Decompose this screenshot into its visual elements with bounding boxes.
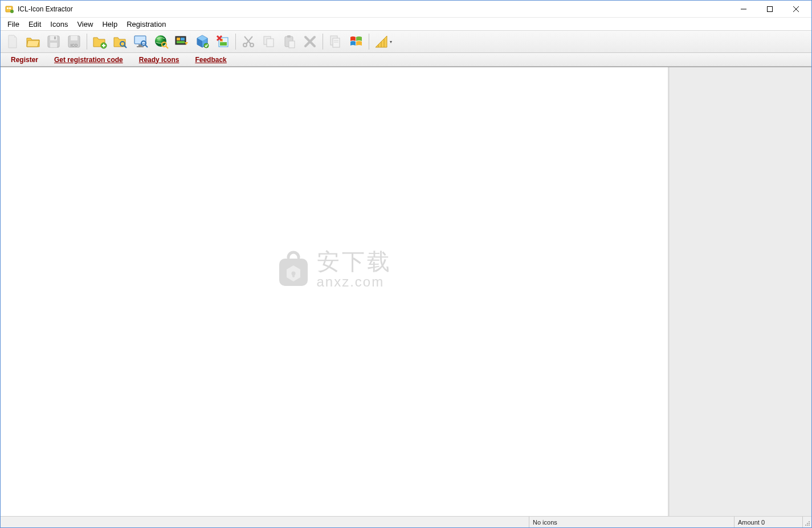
svg-line-17 [124,46,127,48]
linkbar: Register Get registration code Ready Ico… [1,53,811,67]
content-area: 安下载 anxz.com [1,67,811,516]
menubar: File Edit Icons View Help Registration [1,18,811,30]
watermark-text-cn: 安下载 [317,250,392,273]
watermark: 安下载 anxz.com [277,250,392,289]
monitor-search-button[interactable] [131,32,150,51]
toolbar-separator [323,34,323,50]
maximize-button[interactable] [757,1,783,17]
menu-help[interactable]: Help [97,19,122,30]
svg-point-53 [809,523,810,524]
ruler-triangle-button[interactable]: ▾ [372,32,395,51]
watermark-text-en: anxz.com [317,275,392,289]
status-amount: Amount 0 [734,517,802,527]
register-link[interactable]: Register [11,56,38,64]
svg-rect-10 [50,43,57,47]
icon-list-area[interactable]: 安下载 anxz.com [1,67,669,516]
toolbar-separator [369,34,369,50]
svg-rect-5 [768,6,773,11]
titlebar: ICL-Icon Extractor [1,1,811,18]
menu-file[interactable]: File [3,19,24,30]
svg-line-22 [145,45,148,47]
image-extract-button[interactable] [172,32,191,51]
copy-button [259,32,279,51]
svg-rect-13 [71,36,77,40]
svg-point-54 [805,525,806,526]
menu-registration[interactable]: Registration [122,19,170,30]
open-folder-button[interactable] [23,32,43,51]
svg-rect-8 [48,36,59,47]
menu-view[interactable]: View [72,19,97,30]
image-delete-button[interactable] [213,32,232,51]
toolbar-separator [87,34,87,50]
svg-rect-37 [267,39,274,47]
ready-icons-link[interactable]: Ready Icons [139,56,179,64]
svg-point-55 [807,525,808,526]
svg-rect-39 [287,35,291,38]
new-file-button [3,32,22,51]
svg-point-30 [204,43,209,48]
svg-rect-33 [220,42,227,46]
get-registration-code-link[interactable]: Get registration code [54,56,123,64]
svg-point-52 [807,523,808,524]
folder-search-button[interactable] [111,32,130,51]
svg-rect-29 [177,41,185,43]
svg-rect-41 [330,36,337,45]
side-preview-panel [669,67,811,516]
cube-3d-button[interactable] [193,32,212,51]
windows-logo-button[interactable] [346,32,366,51]
svg-rect-50 [292,273,295,277]
svg-rect-18 [134,36,146,44]
folder-add-button[interactable] [90,32,109,51]
svg-rect-36 [264,36,271,44]
svg-rect-27 [177,38,180,40]
feedback-link[interactable]: Feedback [195,56,226,64]
save-button [44,32,63,51]
minimize-button[interactable] [731,1,757,17]
svg-rect-28 [181,38,185,40]
menu-icons[interactable]: Icons [46,19,72,30]
svg-rect-40 [289,41,295,48]
svg-point-51 [809,521,810,522]
svg-text:ICO: ICO [71,43,78,47]
svg-line-25 [166,46,168,48]
cut-button [239,32,258,51]
dropdown-arrow-icon: ▾ [389,39,393,44]
window-title: ICL-Icon Extractor [18,5,731,13]
svg-rect-38 [285,36,293,47]
globe-search-button[interactable] [152,32,171,51]
document-multi-button [326,32,345,51]
svg-point-35 [250,43,254,47]
toolbar-separator [235,34,236,50]
close-button[interactable] [783,1,809,17]
statusbar: No icons Amount 0 [1,516,811,527]
resize-grip[interactable] [802,517,811,527]
status-no-icons: No icons [529,517,734,527]
watermark-bag-icon [277,251,310,288]
svg-point-56 [809,525,810,526]
svg-point-3 [10,10,14,13]
menu-edit[interactable]: Edit [24,19,46,30]
paste-button [280,32,299,51]
svg-rect-9 [50,36,57,40]
svg-point-34 [243,43,247,47]
delete-button [300,32,320,51]
toolbar: ICO [1,30,811,53]
svg-rect-11 [54,36,56,39]
svg-rect-12 [68,36,80,47]
save-ico-button: ICO [64,32,84,51]
svg-rect-20 [137,46,144,47]
svg-rect-42 [333,38,340,47]
svg-point-23 [155,35,166,47]
app-icon [5,5,14,14]
svg-rect-2 [9,7,11,9]
svg-rect-1 [7,7,9,9]
